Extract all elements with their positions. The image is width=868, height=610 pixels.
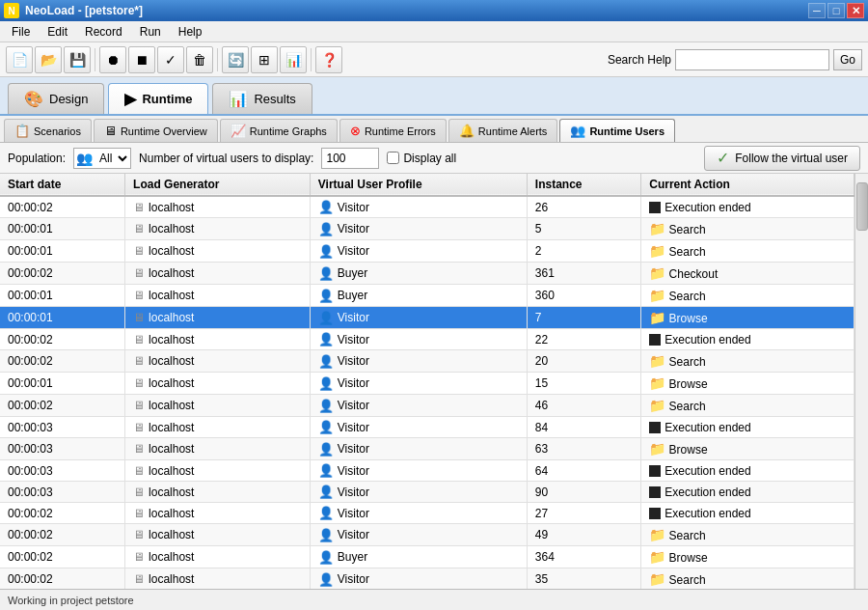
chart-button[interactable]: 📊 [280, 46, 307, 73]
minimize-button[interactable]: ─ [808, 3, 826, 18]
table-row[interactable]: 00:00:03🖥 localhost👤 Visitor63📁 Browse [0, 438, 854, 460]
cell-profile: 👤 Visitor [310, 503, 527, 524]
cell-instance: 64 [527, 460, 640, 482]
cell-load-gen: 🖥 localhost [125, 503, 311, 524]
table-row[interactable]: 00:00:02🖥 localhost👤 Buyer364📁 Browse [0, 546, 854, 568]
menu-help[interactable]: Help [171, 23, 210, 41]
table-row[interactable]: 00:00:02🖥 localhost👤 Visitor20📁 Search [0, 350, 854, 373]
tab-results[interactable]: 📊 Results [212, 83, 312, 114]
toolbar-right: Search Help Go [608, 49, 862, 70]
cell-load-gen: 🖥 localhost [125, 263, 311, 285]
table-row[interactable]: 00:00:03🖥 localhost👤 Visitor90Execution … [0, 482, 854, 503]
num-users-label: Number of virtual users to display: [139, 152, 313, 165]
table-row[interactable]: 00:00:02🖥 localhost👤 Visitor49📁 Search [0, 524, 854, 546]
table-row[interactable]: 00:00:02🖥 localhost👤 Buyer361📁 Checkout [0, 263, 854, 285]
table-header: Start date Load Generator Virtual User P… [0, 174, 854, 196]
virtual-user-icon: 👤 [318, 354, 334, 369]
new-button[interactable]: 📄 [6, 46, 33, 73]
runtime-overview-icon: 🖥 [104, 124, 117, 138]
cell-profile: 👤 Buyer [310, 546, 527, 568]
check-button[interactable]: ✓ [157, 46, 184, 73]
virtual-user-icon: 👤 [318, 399, 334, 413]
table-row[interactable]: 00:00:02🖥 localhost👤 Visitor35📁 Search [0, 568, 854, 590]
server-icon: 🖥 [133, 266, 145, 280]
table-row[interactable]: 00:00:01🖥 localhost👤 Buyer360📁 Search [0, 285, 854, 307]
tab-design[interactable]: 🎨 Design [8, 83, 104, 114]
cell-profile: 👤 Buyer [310, 263, 527, 285]
table-row[interactable]: 00:00:02🖥 localhost👤 Visitor46📁 Search [0, 395, 854, 417]
toolbar-separator-3 [311, 48, 312, 71]
virtual-user-icon: 👤 [318, 528, 334, 542]
save-button[interactable]: 💾 [64, 46, 91, 73]
cell-profile: 👤 Visitor [310, 417, 527, 438]
table-row[interactable]: 00:00:01🖥 localhost👤 Visitor15📁 Browse [0, 373, 854, 395]
grid-button[interactable]: ⊞ [251, 46, 278, 73]
menu-file[interactable]: File [4, 23, 38, 41]
cell-profile: 👤 Visitor [310, 373, 527, 395]
sub-tab-scenarios[interactable]: 📋 Scenarios [4, 119, 92, 142]
population-select[interactable]: All [94, 149, 130, 168]
go-button[interactable]: Go [833, 49, 862, 70]
open-button[interactable]: 📂 [35, 46, 62, 73]
server-icon: 🖥 [133, 222, 145, 236]
menu-run[interactable]: Run [132, 23, 169, 41]
follow-virtual-user-button[interactable]: ✓ Follow the virtual user [704, 146, 860, 171]
main-content: Start date Load Generator Virtual User P… [0, 174, 868, 589]
table-row[interactable]: 00:00:03🖥 localhost👤 Visitor84Execution … [0, 417, 854, 438]
virtual-user-icon: 👤 [318, 442, 334, 457]
table-row[interactable]: 00:00:02🖥 localhost👤 Visitor27Execution … [0, 503, 854, 524]
follow-icon: ✓ [717, 149, 729, 167]
close-button[interactable]: ✕ [847, 3, 864, 18]
search-help-input[interactable] [675, 49, 829, 70]
title-bar-controls[interactable]: ─ □ ✕ [808, 3, 864, 18]
cell-instance: 27 [527, 503, 640, 524]
virtual-user-icon: 👤 [318, 222, 334, 236]
sub-tab-runtime-alerts[interactable]: 🔔 Runtime Alerts [448, 119, 558, 142]
virtual-user-icon: 👤 [318, 244, 334, 259]
stop-button[interactable]: ⏹ [128, 46, 155, 73]
virtual-user-icon: 👤 [318, 376, 334, 391]
sub-tab-runtime-graphs[interactable]: 📈 Runtime Graphs [220, 119, 338, 142]
menu-record[interactable]: Record [77, 23, 130, 41]
sub-tab-runtime-errors[interactable]: ⊗ Runtime Errors [339, 119, 447, 142]
server-icon: 🖥 [133, 572, 145, 586]
cell-profile: 👤 Visitor [310, 395, 527, 417]
server-icon: 🖥 [133, 376, 145, 390]
delete-button[interactable]: 🗑 [186, 46, 213, 73]
server-icon: 🖥 [133, 354, 145, 368]
toolbar-separator-1 [95, 48, 95, 71]
cell-profile: 👤 Visitor [310, 218, 527, 240]
display-all-label[interactable]: Display all [387, 152, 456, 165]
table-row[interactable]: 00:00:02🖥 localhost👤 Visitor22Execution … [0, 329, 854, 350]
server-icon: 🖥 [133, 464, 145, 478]
table-row[interactable]: 00:00:02🖥 localhost👤 Visitor26Execution … [0, 196, 854, 218]
sub-tab-runtime-users[interactable]: 👥 Runtime Users [559, 119, 675, 142]
cell-action: 📁 Search [641, 218, 854, 240]
cell-action: 📁 Browse [641, 546, 854, 568]
table-row[interactable]: 00:00:03🖥 localhost👤 Visitor64Execution … [0, 460, 854, 482]
menu-edit[interactable]: Edit [40, 23, 75, 41]
sub-tab-runtime-overview[interactable]: 🖥 Runtime Overview [94, 119, 218, 142]
scrollbar-thumb[interactable] [856, 182, 868, 231]
table-row[interactable]: 00:00:01🖥 localhost👤 Visitor5📁 Search [0, 218, 854, 240]
help-button[interactable]: ❓ [315, 46, 342, 73]
table-scroll-area[interactable]: Start date Load Generator Virtual User P… [0, 174, 868, 589]
cell-instance: 5 [527, 218, 640, 240]
display-all-checkbox[interactable] [387, 152, 399, 164]
tab-runtime[interactable]: ▶ Runtime [108, 83, 208, 114]
population-selector[interactable]: 👥 All [73, 148, 131, 169]
cell-instance: 49 [527, 524, 640, 546]
num-users-input[interactable] [321, 148, 379, 169]
table-row[interactable]: 00:00:01🖥 localhost👤 Visitor2📁 Search [0, 240, 854, 263]
controls-bar: Population: 👥 All Number of virtual user… [0, 143, 868, 174]
sync-button[interactable]: 🔄 [222, 46, 249, 73]
record-button[interactable]: ⏺ [99, 46, 126, 73]
stop-icon [649, 486, 661, 498]
virtual-user-icon: 👤 [318, 289, 334, 303]
population-label: Population: [8, 152, 66, 165]
runtime-icon: ▶ [124, 90, 136, 108]
cell-action: Execution ended [641, 417, 854, 438]
virtual-user-icon: 👤 [318, 463, 334, 478]
maximize-button[interactable]: □ [827, 3, 845, 18]
table-row[interactable]: 00:00:01🖥 localhost👤 Visitor7📁 Browse [0, 307, 854, 329]
